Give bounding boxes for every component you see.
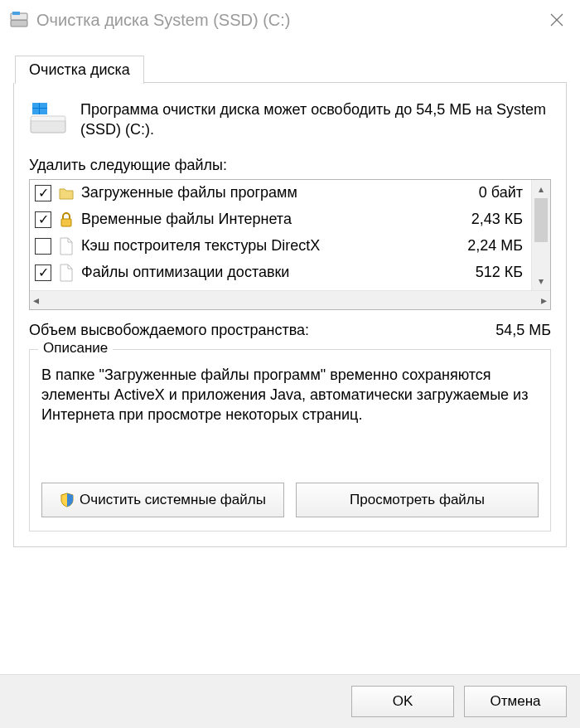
description-box: Описание В папке "Загруженные файлы прог… [29, 349, 551, 532]
file-size: 2,43 КБ [448, 211, 531, 228]
file-row[interactable]: ✓Загруженные файлы программ0 байт [30, 180, 531, 206]
close-button[interactable] [534, 0, 580, 40]
view-files-button[interactable]: Просмотреть файлы [296, 483, 539, 517]
space-label: Объем высвобождаемого пространства: [29, 322, 309, 339]
clean-system-files-label: Очистить системные файлы [80, 492, 266, 508]
file-icon [58, 236, 75, 256]
svg-rect-6 [31, 116, 65, 121]
body: Очистка диска Программа очистки дис [0, 40, 580, 674]
tab-strip: Очистка диска [15, 53, 567, 83]
disk-cleanup-icon [10, 11, 28, 29]
file-list: ✓Загруженные файлы программ0 байт✓Времен… [29, 179, 551, 310]
file-row[interactable]: ✓Файлы оптимизации доставки512 КБ [30, 260, 531, 286]
checkbox[interactable]: ✓ [35, 265, 51, 281]
view-files-label: Просмотреть файлы [350, 492, 485, 508]
file-icon [58, 263, 75, 283]
svg-rect-12 [61, 219, 71, 226]
description-legend: Описание [38, 340, 113, 357]
scroll-up-icon[interactable]: ▴ [532, 180, 550, 198]
scroll-right-icon[interactable]: ▸ [541, 294, 547, 307]
file-size: 2,24 МБ [448, 237, 531, 255]
file-size: 0 байт [448, 184, 531, 201]
file-name: Файлы оптимизации доставки [81, 264, 448, 281]
disk-cleanup-window: Очистка диска System (SSD) (C:) Очистка … [0, 0, 580, 728]
lock-icon [58, 210, 75, 230]
intro-text: Программа очистки диска может освободить… [80, 99, 551, 140]
clean-system-files-button[interactable]: Очистить системные файлы [41, 483, 284, 517]
scroll-down-icon[interactable]: ▾ [532, 272, 550, 290]
svg-rect-9 [40, 103, 47, 108]
dialog-footer: OK Отмена [0, 674, 580, 728]
ok-button[interactable]: OK [351, 686, 454, 717]
file-list-label: Удалить следующие файлы: [29, 157, 551, 174]
window-title: Очистка диска System (SSD) (C:) [36, 11, 534, 30]
file-size: 512 КБ [448, 264, 531, 281]
vertical-scrollbar[interactable]: ▴ ▾ [531, 180, 550, 290]
file-name: Временные файлы Интернета [81, 211, 448, 228]
horizontal-scrollbar[interactable]: ◂ ▸ [30, 290, 550, 309]
tab-panel: Программа очистки диска может освободить… [13, 83, 567, 547]
checkbox[interactable] [35, 238, 51, 255]
svg-rect-8 [32, 103, 39, 108]
titlebar: Очистка диска System (SSD) (C:) [0, 0, 580, 40]
file-name: Кэш построителя текстуры DirectX [81, 237, 448, 255]
svg-rect-2 [12, 12, 20, 15]
file-row[interactable]: Кэш построителя текстуры DirectX2,24 МБ [30, 233, 531, 260]
cancel-button[interactable]: Отмена [464, 686, 567, 717]
file-name: Загруженные файлы программ [81, 184, 448, 201]
file-row[interactable]: ✓Временные файлы Интернета2,43 КБ [30, 206, 531, 233]
tab-cleanup[interactable]: Очистка диска [15, 56, 144, 84]
svg-rect-0 [11, 20, 27, 27]
svg-rect-10 [32, 109, 39, 114]
checkbox[interactable]: ✓ [35, 185, 51, 201]
description-text: В папке "Загруженные файлы программ" вре… [41, 365, 539, 425]
svg-rect-11 [40, 109, 47, 114]
space-value: 54,5 МБ [495, 322, 551, 339]
intro: Программа очистки диска может освободить… [29, 99, 551, 140]
scroll-left-icon[interactable]: ◂ [33, 294, 39, 307]
space-line: Объем высвобождаемого пространства: 54,5… [29, 322, 551, 339]
folder-icon [58, 183, 75, 203]
shield-icon [60, 493, 75, 507]
drive-icon [29, 99, 67, 138]
scroll-thumb[interactable] [534, 198, 548, 242]
checkbox[interactable]: ✓ [35, 211, 51, 228]
